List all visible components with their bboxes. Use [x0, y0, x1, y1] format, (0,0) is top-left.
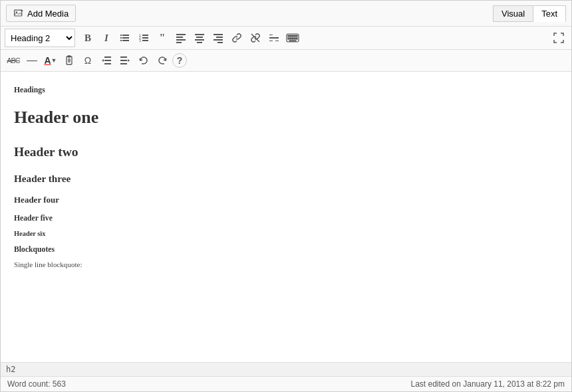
- svg-text:3.: 3.: [139, 39, 142, 43]
- svg-rect-34: [288, 35, 289, 37]
- format-select[interactable]: Heading 2 Paragraph Heading 1 Heading 3 …: [5, 29, 75, 47]
- align-left-button[interactable]: [172, 29, 190, 47]
- ordered-list-button[interactable]: 1. 2. 3.: [135, 29, 152, 47]
- svg-rect-42: [294, 38, 295, 39]
- svg-rect-8: [120, 40, 122, 41]
- svg-rect-36: [292, 35, 293, 37]
- section-blockquotes-label: Blockquotes: [14, 244, 558, 256]
- svg-rect-17: [176, 37, 183, 38]
- svg-rect-29: [269, 37, 279, 39]
- svg-rect-16: [176, 34, 186, 35]
- visual-tab[interactable]: Visual: [493, 5, 533, 22]
- unlink-button[interactable]: [247, 29, 264, 47]
- svg-marker-53: [102, 59, 104, 62]
- horizontal-rule-button[interactable]: —: [23, 52, 41, 69]
- align-right-icon: [213, 33, 223, 43]
- font-color-icon: A: [44, 55, 51, 66]
- word-count-label: Word count: 563: [7, 379, 66, 389]
- align-center-icon: [194, 33, 205, 43]
- svg-marker-57: [128, 59, 130, 62]
- svg-rect-51: [104, 60, 111, 61]
- svg-rect-43: [296, 38, 297, 39]
- svg-rect-20: [195, 34, 204, 35]
- svg-rect-18: [176, 39, 186, 41]
- svg-rect-27: [217, 42, 223, 43]
- svg-rect-11: [142, 35, 148, 36]
- header-six: Header six: [14, 229, 558, 240]
- redo-button[interactable]: [154, 52, 171, 69]
- svg-rect-50: [104, 56, 111, 58]
- svg-rect-52: [104, 63, 111, 64]
- header-three: Header three: [14, 171, 558, 187]
- link-icon: [231, 33, 242, 43]
- outdent-button[interactable]: [98, 52, 115, 69]
- view-tabs: Visual Text: [493, 5, 566, 22]
- fullscreen-icon: [553, 33, 564, 43]
- ordered-list-icon: 1. 2. 3.: [138, 33, 149, 43]
- help-button[interactable]: ?: [172, 53, 187, 68]
- redo-icon: [157, 55, 168, 66]
- toolbar-row-2: ABC — A ▼ Ω: [1, 50, 571, 72]
- insert-link-button[interactable]: [228, 29, 245, 47]
- svg-rect-40: [290, 38, 291, 39]
- font-color-button[interactable]: A ▼: [42, 52, 59, 69]
- bold-button[interactable]: B: [79, 29, 96, 47]
- top-bar: Add Media Visual Text: [1, 1, 571, 27]
- svg-rect-22: [195, 39, 204, 41]
- color-dropdown-icon: ▼: [51, 57, 57, 64]
- svg-rect-55: [120, 60, 127, 61]
- svg-rect-19: [176, 42, 182, 43]
- strikethrough-button[interactable]: ABC: [5, 52, 22, 69]
- unordered-list-button[interactable]: [116, 29, 134, 47]
- svg-rect-41: [292, 38, 293, 39]
- undo-button[interactable]: [135, 52, 152, 69]
- special-chars-button[interactable]: Ω: [79, 52, 96, 69]
- align-center-button[interactable]: [191, 29, 208, 47]
- svg-rect-25: [216, 37, 223, 38]
- blockquote-button[interactable]: ": [154, 29, 171, 47]
- svg-rect-39: [288, 38, 289, 39]
- svg-rect-46: [68, 56, 71, 57]
- align-right-button[interactable]: [210, 29, 227, 47]
- fullscreen-button[interactable]: [550, 29, 567, 47]
- path-bar: h2: [1, 362, 571, 376]
- svg-rect-38: [296, 35, 297, 37]
- insert-more-button[interactable]: [265, 29, 283, 47]
- add-media-button[interactable]: Add Media: [6, 5, 76, 22]
- header-four: Header four: [14, 193, 558, 207]
- svg-rect-5: [122, 35, 129, 36]
- svg-rect-56: [120, 63, 127, 64]
- align-left-icon: [176, 33, 186, 43]
- svg-rect-30: [269, 35, 273, 35]
- add-media-icon: [13, 8, 24, 19]
- svg-rect-13: [142, 37, 148, 39]
- unordered-list-icon: [120, 33, 130, 43]
- svg-rect-35: [290, 35, 291, 37]
- undo-icon: [138, 55, 149, 66]
- svg-rect-37: [294, 35, 295, 37]
- indent-button[interactable]: [116, 52, 134, 69]
- blockquote-hint: Single line blockquote:: [14, 259, 558, 271]
- unlink-icon: [250, 33, 261, 43]
- svg-rect-44: [289, 41, 296, 41]
- svg-rect-54: [120, 56, 127, 58]
- editor-content[interactable]: Headings Header one Header two Header th…: [1, 72, 571, 362]
- insert-more-icon: [269, 33, 279, 43]
- keyboard-toggle-button[interactable]: [284, 29, 301, 47]
- section-headings-label: Headings: [14, 84, 558, 97]
- paste-plain-button[interactable]: [61, 52, 78, 69]
- header-two: Header two: [14, 142, 558, 162]
- svg-rect-7: [122, 37, 129, 39]
- svg-rect-6: [120, 37, 122, 39]
- add-media-label: Add Media: [27, 9, 69, 19]
- text-tab[interactable]: Text: [533, 5, 566, 22]
- paste-plain-icon: [64, 55, 74, 66]
- svg-rect-15: [142, 40, 148, 41]
- svg-rect-24: [214, 34, 223, 35]
- toolbar-row-1: Heading 2 Paragraph Heading 1 Heading 3 …: [1, 27, 571, 50]
- outdent-icon: [101, 55, 112, 66]
- indent-icon: [120, 55, 130, 66]
- svg-rect-26: [214, 39, 223, 41]
- italic-button[interactable]: I: [98, 29, 115, 47]
- last-edited-label: Last edited on January 11, 2013 at 8:22 …: [411, 379, 565, 389]
